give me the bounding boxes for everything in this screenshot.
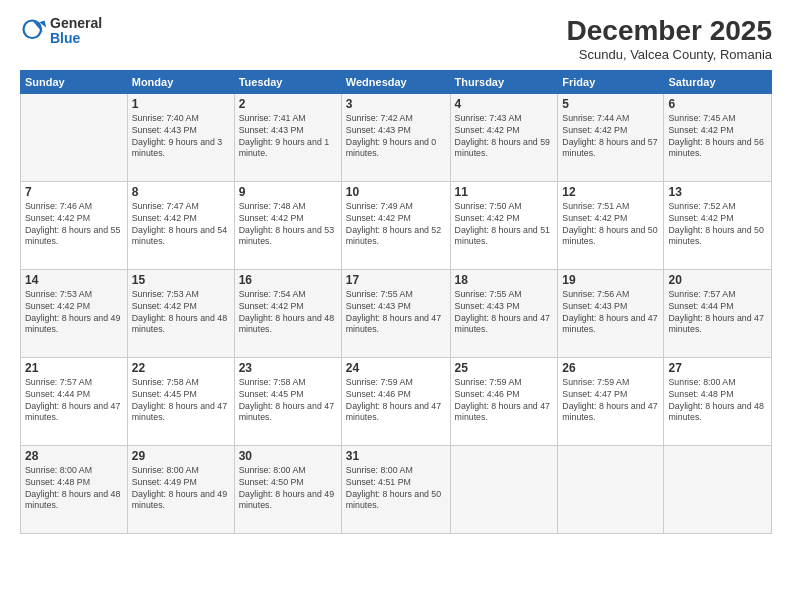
day-info: Sunrise: 8:00 AMSunset: 4:51 PMDaylight:… [346,465,446,513]
calendar-cell: 16Sunrise: 7:54 AMSunset: 4:42 PMDayligh… [234,269,341,357]
header: General Blue December 2025 Scundu, Valce… [20,16,772,62]
calendar-cell: 22Sunrise: 7:58 AMSunset: 4:45 PMDayligh… [127,357,234,445]
calendar-cell: 13Sunrise: 7:52 AMSunset: 4:42 PMDayligh… [664,181,772,269]
day-info: Sunrise: 7:53 AMSunset: 4:42 PMDaylight:… [25,289,123,337]
header-saturday: Saturday [664,70,772,93]
day-info: Sunrise: 7:59 AMSunset: 4:47 PMDaylight:… [562,377,659,425]
calendar-cell: 7Sunrise: 7:46 AMSunset: 4:42 PMDaylight… [21,181,128,269]
week-row-4: 21Sunrise: 7:57 AMSunset: 4:44 PMDayligh… [21,357,772,445]
day-number: 28 [25,449,123,463]
day-number: 4 [455,97,554,111]
calendar-cell: 31Sunrise: 8:00 AMSunset: 4:51 PMDayligh… [341,445,450,533]
calendar-cell [558,445,664,533]
day-number: 20 [668,273,767,287]
day-info: Sunrise: 7:55 AMSunset: 4:43 PMDaylight:… [455,289,554,337]
day-info: Sunrise: 7:55 AMSunset: 4:43 PMDaylight:… [346,289,446,337]
week-row-2: 7Sunrise: 7:46 AMSunset: 4:42 PMDaylight… [21,181,772,269]
location-subtitle: Scundu, Valcea County, Romania [567,47,772,62]
day-info: Sunrise: 7:40 AMSunset: 4:43 PMDaylight:… [132,113,230,161]
day-number: 7 [25,185,123,199]
calendar-cell: 15Sunrise: 7:53 AMSunset: 4:42 PMDayligh… [127,269,234,357]
month-title: December 2025 [567,16,772,47]
calendar-cell: 19Sunrise: 7:56 AMSunset: 4:43 PMDayligh… [558,269,664,357]
calendar-cell [450,445,558,533]
day-number: 12 [562,185,659,199]
header-friday: Friday [558,70,664,93]
calendar-cell: 27Sunrise: 8:00 AMSunset: 4:48 PMDayligh… [664,357,772,445]
header-wednesday: Wednesday [341,70,450,93]
day-info: Sunrise: 7:56 AMSunset: 4:43 PMDaylight:… [562,289,659,337]
header-thursday: Thursday [450,70,558,93]
day-number: 31 [346,449,446,463]
day-number: 13 [668,185,767,199]
day-info: Sunrise: 7:52 AMSunset: 4:42 PMDaylight:… [668,201,767,249]
calendar-cell: 23Sunrise: 7:58 AMSunset: 4:45 PMDayligh… [234,357,341,445]
calendar-cell: 2Sunrise: 7:41 AMSunset: 4:43 PMDaylight… [234,93,341,181]
day-number: 25 [455,361,554,375]
calendar-cell: 3Sunrise: 7:42 AMSunset: 4:43 PMDaylight… [341,93,450,181]
calendar-cell: 24Sunrise: 7:59 AMSunset: 4:46 PMDayligh… [341,357,450,445]
day-number: 15 [132,273,230,287]
day-info: Sunrise: 7:57 AMSunset: 4:44 PMDaylight:… [668,289,767,337]
day-info: Sunrise: 7:46 AMSunset: 4:42 PMDaylight:… [25,201,123,249]
day-number: 30 [239,449,337,463]
day-number: 19 [562,273,659,287]
calendar-cell: 10Sunrise: 7:49 AMSunset: 4:42 PMDayligh… [341,181,450,269]
day-info: Sunrise: 7:48 AMSunset: 4:42 PMDaylight:… [239,201,337,249]
calendar-page: General Blue December 2025 Scundu, Valce… [0,0,792,612]
calendar-cell: 9Sunrise: 7:48 AMSunset: 4:42 PMDaylight… [234,181,341,269]
day-info: Sunrise: 8:00 AMSunset: 4:48 PMDaylight:… [25,465,123,513]
day-number: 26 [562,361,659,375]
calendar-cell: 25Sunrise: 7:59 AMSunset: 4:46 PMDayligh… [450,357,558,445]
day-info: Sunrise: 8:00 AMSunset: 4:49 PMDaylight:… [132,465,230,513]
day-info: Sunrise: 7:53 AMSunset: 4:42 PMDaylight:… [132,289,230,337]
day-info: Sunrise: 7:58 AMSunset: 4:45 PMDaylight:… [132,377,230,425]
day-number: 10 [346,185,446,199]
calendar-cell: 4Sunrise: 7:43 AMSunset: 4:42 PMDaylight… [450,93,558,181]
day-info: Sunrise: 7:59 AMSunset: 4:46 PMDaylight:… [455,377,554,425]
logo-general-text: General [50,16,102,31]
day-info: Sunrise: 7:41 AMSunset: 4:43 PMDaylight:… [239,113,337,161]
calendar-cell: 17Sunrise: 7:55 AMSunset: 4:43 PMDayligh… [341,269,450,357]
week-row-5: 28Sunrise: 8:00 AMSunset: 4:48 PMDayligh… [21,445,772,533]
calendar-cell: 18Sunrise: 7:55 AMSunset: 4:43 PMDayligh… [450,269,558,357]
days-header-row: Sunday Monday Tuesday Wednesday Thursday… [21,70,772,93]
logo-blue-text: Blue [50,31,102,46]
day-number: 6 [668,97,767,111]
day-info: Sunrise: 7:49 AMSunset: 4:42 PMDaylight:… [346,201,446,249]
day-info: Sunrise: 7:42 AMSunset: 4:43 PMDaylight:… [346,113,446,161]
day-info: Sunrise: 7:45 AMSunset: 4:42 PMDaylight:… [668,113,767,161]
header-sunday: Sunday [21,70,128,93]
week-row-1: 1Sunrise: 7:40 AMSunset: 4:43 PMDaylight… [21,93,772,181]
calendar-cell: 14Sunrise: 7:53 AMSunset: 4:42 PMDayligh… [21,269,128,357]
day-number: 8 [132,185,230,199]
logo: General Blue [20,16,102,47]
calendar-cell: 20Sunrise: 7:57 AMSunset: 4:44 PMDayligh… [664,269,772,357]
calendar-cell: 21Sunrise: 7:57 AMSunset: 4:44 PMDayligh… [21,357,128,445]
header-tuesday: Tuesday [234,70,341,93]
header-monday: Monday [127,70,234,93]
title-section: December 2025 Scundu, Valcea County, Rom… [567,16,772,62]
day-number: 5 [562,97,659,111]
day-info: Sunrise: 7:44 AMSunset: 4:42 PMDaylight:… [562,113,659,161]
day-number: 21 [25,361,123,375]
day-info: Sunrise: 7:58 AMSunset: 4:45 PMDaylight:… [239,377,337,425]
day-number: 24 [346,361,446,375]
calendar-table: Sunday Monday Tuesday Wednesday Thursday… [20,70,772,534]
day-number: 1 [132,97,230,111]
day-number: 14 [25,273,123,287]
day-info: Sunrise: 7:59 AMSunset: 4:46 PMDaylight:… [346,377,446,425]
logo-text: General Blue [50,16,102,47]
day-info: Sunrise: 8:00 AMSunset: 4:48 PMDaylight:… [668,377,767,425]
calendar-cell: 11Sunrise: 7:50 AMSunset: 4:42 PMDayligh… [450,181,558,269]
calendar-cell: 26Sunrise: 7:59 AMSunset: 4:47 PMDayligh… [558,357,664,445]
day-number: 11 [455,185,554,199]
day-info: Sunrise: 8:00 AMSunset: 4:50 PMDaylight:… [239,465,337,513]
calendar-cell: 8Sunrise: 7:47 AMSunset: 4:42 PMDaylight… [127,181,234,269]
calendar-cell: 30Sunrise: 8:00 AMSunset: 4:50 PMDayligh… [234,445,341,533]
calendar-cell: 1Sunrise: 7:40 AMSunset: 4:43 PMDaylight… [127,93,234,181]
day-info: Sunrise: 7:57 AMSunset: 4:44 PMDaylight:… [25,377,123,425]
calendar-cell [21,93,128,181]
day-number: 18 [455,273,554,287]
calendar-cell: 12Sunrise: 7:51 AMSunset: 4:42 PMDayligh… [558,181,664,269]
